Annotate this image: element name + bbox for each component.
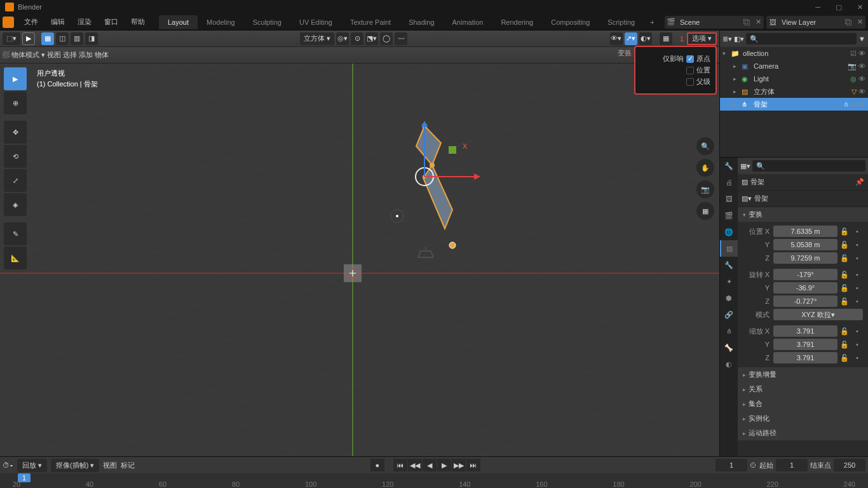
location-checkbox[interactable] bbox=[686, 67, 694, 74]
tab-modeling[interactable]: Modeling bbox=[198, 15, 244, 29]
mode-dropdown[interactable]: ▨ 物体模式 ▾ bbox=[3, 50, 45, 60]
delete-viewlayer-button[interactable]: ✕ bbox=[854, 16, 865, 29]
scale-tool[interactable]: ⤢ bbox=[4, 169, 27, 192]
tab-uvediting[interactable]: UV Editing bbox=[290, 15, 341, 29]
editor-type-dropdown[interactable]: ⬚▾ bbox=[3, 32, 20, 45]
lock-icon[interactable]: 🔓 bbox=[839, 269, 850, 280]
tab-texturepaint[interactable]: Texture Paint bbox=[341, 15, 400, 29]
delete-scene-button[interactable]: ✕ bbox=[752, 16, 764, 29]
transform-section-header[interactable]: ▾变换 bbox=[738, 207, 868, 222]
viewlayer-selector[interactable]: 🖼 ⿻ ✕ bbox=[766, 16, 865, 29]
perspective-button[interactable]: ▦ bbox=[696, 202, 714, 220]
scale-y-input[interactable]: 3.791 bbox=[773, 339, 837, 350]
start-frame-input[interactable]: 1 bbox=[776, 459, 808, 471]
end-frame-input[interactable]: 250 bbox=[834, 459, 865, 471]
select-box-tool[interactable]: ▶ bbox=[4, 67, 27, 90]
collections-section-header[interactable]: ▸集合 bbox=[738, 396, 868, 411]
select-box-icon[interactable]: ▦ bbox=[41, 32, 54, 45]
measure-tool[interactable]: 📐 bbox=[4, 247, 27, 269]
outliner-row-collection[interactable]: ▾📁 ollection ☑👁 bbox=[720, 47, 868, 60]
menu-object[interactable]: 物体 bbox=[95, 50, 109, 60]
tab-bone[interactable]: 🦴 bbox=[720, 339, 738, 356]
select-circle-icon[interactable]: ▥ bbox=[71, 32, 83, 45]
tab-shading[interactable]: Shading bbox=[400, 15, 443, 29]
outliner-display-icon[interactable]: ◧▾ bbox=[734, 35, 744, 43]
tab-physics[interactable]: ⬢ bbox=[720, 290, 738, 306]
outliner-row-camera[interactable]: ▸▣ Camera 📷👁 bbox=[720, 60, 868, 72]
menu-edit[interactable]: 编辑 bbox=[44, 15, 71, 29]
prev-key-button[interactable]: ◀◀ bbox=[408, 459, 422, 471]
visibility-icon[interactable]: 👁▾ bbox=[610, 32, 623, 45]
tab-world[interactable]: 🌐 bbox=[720, 224, 738, 240]
outliner-list[interactable]: ▾📁 ollection ☑👁 ▸▣ Camera 📷👁 ▸◉ Light ◎👁… bbox=[720, 47, 868, 157]
timeline-type-icon[interactable]: ⏱▾ bbox=[3, 461, 13, 469]
preview-range-icon[interactable]: ⏲ bbox=[750, 461, 757, 469]
gizmo-toggle-icon[interactable]: ↗▾ bbox=[625, 32, 637, 45]
relations-section-header[interactable]: ▸关系 bbox=[738, 382, 868, 396]
autokey-button[interactable]: ● bbox=[370, 459, 384, 471]
lock-icon[interactable]: 🔓 bbox=[839, 339, 850, 350]
timeline-track[interactable]: 1 204060 80100120 140160180 200220240 bbox=[0, 473, 868, 488]
collection-checkbox[interactable]: ☑ bbox=[850, 50, 857, 58]
tab-viewlayer[interactable]: 🖼 bbox=[720, 191, 738, 207]
lock-icon[interactable]: 🔓 bbox=[839, 295, 850, 307]
pos-x-input[interactable]: 7.6335 m bbox=[773, 226, 837, 237]
next-key-button[interactable]: ▶▶ bbox=[452, 459, 466, 471]
jump-start-button[interactable]: ⏮ bbox=[393, 459, 407, 471]
rot-x-input[interactable]: -179° bbox=[773, 269, 837, 280]
cursor-tool-icon[interactable]: ▶ bbox=[22, 32, 35, 45]
rotate-tool[interactable]: ⟲ bbox=[4, 145, 27, 168]
menu-help[interactable]: 帮助 bbox=[125, 15, 151, 29]
playback-dropdown[interactable]: 回放 ▾ bbox=[17, 459, 47, 472]
viewport-canvas[interactable]: X ▶ ⊕ ✥ ⟲ ⤢ ◈ ✎ 📐 用户透视 (1) Collection | … bbox=[0, 64, 719, 456]
new-scene-button[interactable]: ⿻ bbox=[741, 16, 752, 29]
snap-to-icon[interactable]: ⬔▾ bbox=[365, 32, 378, 45]
current-frame-input[interactable]: 1 bbox=[715, 459, 747, 471]
outliner-filter-icon[interactable]: ▼ bbox=[858, 35, 865, 43]
scene-selector[interactable]: 🎬 ⿻ ✕ bbox=[665, 16, 764, 29]
blender-icon[interactable] bbox=[3, 17, 14, 28]
transform-tool[interactable]: ◈ bbox=[4, 193, 27, 216]
pin-icon[interactable]: 📌 bbox=[855, 178, 864, 186]
tab-layout[interactable]: Layout bbox=[159, 15, 198, 29]
tab-animation[interactable]: Animation bbox=[444, 15, 492, 29]
tab-data[interactable]: ⋔ bbox=[720, 323, 738, 339]
overlay-toggle-icon[interactable]: ◐▾ bbox=[639, 32, 652, 45]
scale-z-input[interactable]: 3.791 bbox=[773, 352, 837, 363]
annotate-tool[interactable]: ✎ bbox=[4, 222, 27, 245]
menu-file[interactable]: 文件 bbox=[18, 15, 44, 29]
snap-icon[interactable]: ⊙ bbox=[351, 32, 363, 45]
move-tool[interactable]: ✥ bbox=[4, 121, 27, 144]
pos-y-input[interactable]: 5.0538 m bbox=[773, 239, 837, 250]
pivot-icon[interactable]: ◎▾ bbox=[336, 32, 349, 45]
tab-render[interactable]: 🔧 bbox=[720, 158, 738, 174]
lock-icon[interactable]: 🔓 bbox=[839, 325, 850, 337]
new-viewlayer-button[interactable]: ⿻ bbox=[843, 16, 854, 29]
eye-icon[interactable]: 👁 bbox=[858, 50, 865, 58]
scale-x-input[interactable]: 3.791 bbox=[773, 325, 837, 337]
lock-icon[interactable]: 🔓 bbox=[839, 352, 850, 363]
scene-name-input[interactable] bbox=[677, 18, 741, 26]
instancing-section-header[interactable]: ▸实例化 bbox=[738, 411, 868, 426]
motion-section-header[interactable]: ▸运动路径 bbox=[738, 426, 868, 440]
zoom-button[interactable]: 🔍 bbox=[696, 137, 714, 155]
tab-material[interactable]: ◐ bbox=[720, 356, 738, 372]
tab-sculpting[interactable]: Sculpting bbox=[244, 15, 290, 29]
eye-icon[interactable]: 👁 bbox=[858, 100, 865, 109]
lock-icon[interactable]: 🔓 bbox=[839, 226, 850, 237]
rotation-mode-dropdown[interactable]: XYZ 欧拉 ▾ bbox=[773, 309, 863, 320]
outliner-type-icon[interactable]: ≣▾ bbox=[722, 35, 732, 43]
eye-icon[interactable]: 👁 bbox=[858, 62, 865, 71]
viewlayer-name-input[interactable] bbox=[779, 18, 843, 26]
pan-button[interactable]: ✋ bbox=[696, 159, 714, 177]
lock-icon[interactable]: 🔓 bbox=[839, 239, 850, 250]
lock-icon[interactable]: 🔓 bbox=[839, 282, 850, 294]
outliner-row-light[interactable]: ▸◉ Light ◎👁 bbox=[720, 72, 868, 85]
proportional-icon[interactable]: ◯ bbox=[380, 32, 393, 45]
menu-window[interactable]: 窗口 bbox=[98, 15, 125, 29]
tab-modifiers[interactable]: 🔧 bbox=[720, 257, 738, 273]
delta-section-header[interactable]: ▸变换增量 bbox=[738, 367, 868, 382]
timeline-marker-menu[interactable]: 标记 bbox=[121, 461, 135, 470]
options-dropdown[interactable]: 选项 ▾ bbox=[687, 32, 717, 45]
play-reverse-button[interactable]: ◀ bbox=[423, 459, 437, 471]
